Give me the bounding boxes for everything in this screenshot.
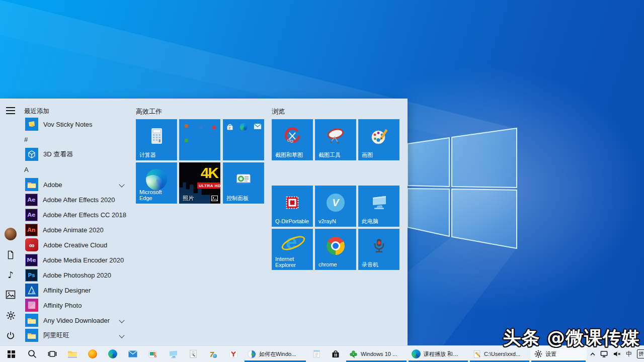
tile-microsoft-edge[interactable]: Microsoft Edge xyxy=(136,162,177,204)
notepad-icon xyxy=(313,349,320,358)
task-clover-window[interactable]: Windows 10 ... xyxy=(345,346,408,362)
pictures-icon[interactable] xyxy=(5,289,17,301)
task-webpage[interactable]: 如何在Windo... xyxy=(244,346,307,362)
chevron-down-icon xyxy=(119,182,124,187)
photos-live-uhd-text: ULTRA HD xyxy=(197,183,220,189)
tile-paint[interactable]: 画图 xyxy=(358,119,399,160)
tile-chrome[interactable]: chrome xyxy=(315,229,356,270)
seven-app-button[interactable]: 7 xyxy=(203,346,223,362)
app-item-adobe-folder[interactable]: Adobe xyxy=(24,177,129,192)
menu-icon[interactable] xyxy=(5,105,17,117)
edge-icon xyxy=(412,349,421,358)
affinity-designer-icon xyxy=(25,284,38,297)
app-item-media-encoder-2020[interactable]: Me Adobe Media Encoder 2020 xyxy=(24,252,129,267)
photoshop-icon: Ps xyxy=(25,269,38,282)
app-label: Vov Sticky Notes xyxy=(43,121,93,128)
app-item-aliwangwang[interactable]: 阿里旺旺 xyxy=(24,328,129,343)
live-tile-dot xyxy=(212,126,216,129)
documents-icon[interactable] xyxy=(5,249,17,261)
edge-icon xyxy=(108,349,117,358)
app-item-animate-2020[interactable]: An Adobe Animate 2020 xyxy=(24,222,129,237)
ime-pinyin-badge[interactable]: 拼 xyxy=(637,349,644,358)
this-pc-button[interactable] xyxy=(163,346,183,362)
app-item-vov-sticky-notes[interactable]: Vov Sticky Notes xyxy=(24,117,129,132)
mail-button[interactable] xyxy=(123,346,143,362)
ime-language-indicator[interactable]: 中 xyxy=(626,350,632,358)
file-explorer-button[interactable] xyxy=(62,346,83,362)
snipping-tool-icon xyxy=(315,119,356,153)
music-icon[interactable]: ♪ xyxy=(5,269,17,281)
notepad-button[interactable] xyxy=(307,346,326,362)
task-edge-window[interactable]: 课程播放 和另... xyxy=(408,346,469,362)
tile-label: 录音机 xyxy=(362,261,378,267)
tile-snip-sketch[interactable]: 截图和草图 xyxy=(272,119,313,160)
tile-photos[interactable]: 4K ULTRA HD 照片 xyxy=(179,162,220,204)
section-header-hash[interactable]: # xyxy=(24,132,129,147)
folder-icon xyxy=(25,178,38,191)
volume-muted-icon[interactable] xyxy=(613,350,621,357)
app-label: Affinity Designer xyxy=(43,287,91,294)
tile-internet-explorer[interactable]: e Internet Explorer xyxy=(272,229,313,270)
settings-gear-icon[interactable] xyxy=(5,309,17,321)
task-view-button[interactable] xyxy=(42,346,62,362)
group-title-browse[interactable]: 浏览 xyxy=(272,107,285,116)
app-item-3d-viewer[interactable]: 3D 查看器 xyxy=(24,147,129,162)
app-label: Adobe Media Encoder 2020 xyxy=(43,256,124,264)
tile-label: Internet Explorer xyxy=(275,256,309,268)
app-item-creative-cloud[interactable]: ∞ Adobe Creative Cloud xyxy=(24,237,129,252)
tile-voice-recorder[interactable]: 录音机 xyxy=(358,229,399,270)
task-label: 如何在Windo... xyxy=(259,350,296,358)
mail-icon xyxy=(128,350,137,357)
folder-icon xyxy=(25,314,38,327)
tile-v2rayn[interactable]: V v2rayN xyxy=(315,186,356,227)
start-button[interactable] xyxy=(0,346,22,362)
after-effects-icon: Ae xyxy=(25,209,38,221)
photos-app-button[interactable] xyxy=(143,346,163,362)
network-display-icon[interactable] xyxy=(600,350,609,358)
tile-control-panel[interactable]: 控制面板 xyxy=(223,162,264,204)
tile-live-apps[interactable] xyxy=(223,119,264,160)
search-icon xyxy=(28,349,37,358)
webpage-favicon xyxy=(248,350,256,358)
app-item-after-effects-cc-2018[interactable]: Ae Adobe After Effects CC 2018 xyxy=(24,207,129,222)
section-header-a[interactable]: A xyxy=(24,162,129,177)
app-list: 最近添加 Vov Sticky Notes # 3D 查看器 A Adobe A… xyxy=(24,106,129,343)
clover-app-icon xyxy=(349,350,358,358)
chrome-icon xyxy=(315,229,356,263)
hidden-icons-chevron[interactable] xyxy=(590,351,596,356)
this-pc-icon xyxy=(169,350,178,358)
tile-label: 画图 xyxy=(362,152,373,158)
app-label: 3D 查看器 xyxy=(43,150,73,159)
app-label: Adobe xyxy=(43,181,62,189)
app-item-photoshop-2020[interactable]: Ps Adobe Photoshop 2020 xyxy=(24,267,129,283)
edge-button[interactable] xyxy=(103,346,123,362)
tile-live-dots[interactable] xyxy=(179,119,220,160)
settings-gear-icon xyxy=(534,350,542,358)
tile-calculator[interactable]: 计算器 xyxy=(136,119,177,160)
power-icon[interactable] xyxy=(5,329,17,341)
red-ribbon-app-button[interactable] xyxy=(223,346,244,362)
notepad-pencil-icon xyxy=(473,350,481,358)
tile-label: Q-DirPortable xyxy=(275,218,309,224)
user-avatar[interactable] xyxy=(5,228,17,240)
group-title-productivity[interactable]: 高效工作 xyxy=(136,107,162,116)
microsoft-store-button[interactable] xyxy=(326,346,345,362)
v2rayn-icon: V xyxy=(315,186,356,220)
paint-icon xyxy=(358,119,399,153)
app-item-any-video-downloader[interactable]: Any Video Downloader xyxy=(24,313,129,328)
edge-icon xyxy=(240,123,248,131)
tile-snipping-tool[interactable]: 截图工具 xyxy=(315,119,356,160)
photos-live-4k-text: 4K xyxy=(201,164,218,182)
tile-label: 计算器 xyxy=(139,152,156,158)
tile-this-pc[interactable]: 此电脑 xyxy=(358,186,399,227)
app-item-after-effects-2020[interactable]: Ae Adobe After Effects 2020 xyxy=(24,192,129,207)
document-app-button[interactable] xyxy=(183,346,203,362)
document-app-icon xyxy=(189,349,197,358)
app-label: 阿里旺旺 xyxy=(43,331,69,340)
tile-qdir[interactable]: Q-DirPortable xyxy=(272,186,313,227)
recent-header: 最近添加 xyxy=(24,106,129,117)
app-item-affinity-photo[interactable]: Affinity Photo xyxy=(24,298,129,313)
app-item-affinity-designer[interactable]: Affinity Designer xyxy=(24,283,129,298)
firefox-button[interactable] xyxy=(83,346,103,362)
search-button[interactable] xyxy=(22,346,42,362)
